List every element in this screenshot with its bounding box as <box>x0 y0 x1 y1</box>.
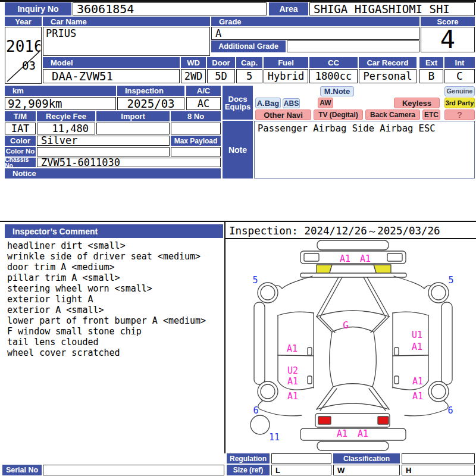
headlamp-highlight-left <box>318 416 331 424</box>
side-sill-left <box>254 302 265 384</box>
comment-line: exterior A <small> <box>7 305 223 315</box>
wheel-number-label: 5 <box>252 275 258 286</box>
grade-value: A <box>211 27 419 40</box>
cabin-outline <box>330 332 377 387</box>
wheel-top-right-inner <box>431 286 446 300</box>
damage-label: A1 <box>358 428 368 439</box>
damage-label: A1 <box>412 342 422 352</box>
note-label: Note <box>223 121 253 178</box>
area-label: Area <box>269 2 308 15</box>
classification-value <box>402 453 475 464</box>
rear-lamp-left <box>304 253 319 261</box>
section-divider-horizontal <box>0 221 476 222</box>
inspection-value: 2025/03 <box>117 97 184 110</box>
front-bumper <box>300 428 406 440</box>
wheel-number-label: 6 <box>447 405 453 416</box>
int-label: Int <box>444 57 475 68</box>
color-value: Silver <box>37 136 170 146</box>
cap-value: 5 <box>236 69 262 83</box>
comment-line: wheel cover scratched <box>7 347 223 358</box>
glass-band-left <box>317 317 332 332</box>
side-sill-right <box>441 302 452 384</box>
door-value: 5D <box>207 69 235 83</box>
wd-value: 2WD <box>181 69 206 83</box>
damage-label: A1 <box>287 376 298 387</box>
front-lower-panel <box>317 441 389 450</box>
badge-abs: ABS <box>283 98 300 108</box>
badge-m-note: M.Note <box>320 86 354 96</box>
car-record-label: Car Record <box>359 57 416 68</box>
damage-label: A1 <box>287 391 298 402</box>
note-value: Passenger Airbag Side Airbag ESC <box>254 121 475 178</box>
docs-equips-label: Docs Equips <box>223 86 253 120</box>
badge-genuine: Genuine <box>444 86 475 96</box>
additional-grade-value <box>287 40 419 52</box>
inspector-comment-list: headliner dirt <small> wrinkle side of d… <box>7 240 223 358</box>
size-h-value: H <box>402 465 475 475</box>
left-door-handle-rear <box>308 376 312 384</box>
c-pillar-left <box>317 277 339 317</box>
right-door-handle-front <box>394 347 399 355</box>
score-value: 4 <box>421 27 475 52</box>
km-value: 92,909km <box>5 97 116 110</box>
badge-keyless: Keyless <box>394 98 440 108</box>
size-l-value: L <box>271 465 331 475</box>
size-w-value: W <box>333 465 400 475</box>
grade-label: Grade <box>211 17 419 26</box>
hood-arc <box>317 403 389 409</box>
int-value: C <box>444 69 475 83</box>
regulation-label: Regulation <box>227 453 270 464</box>
comment-line: steering wheel worn <small> <box>7 283 223 294</box>
badge-back-camera: Back Camera <box>365 109 420 120</box>
model-value: DAA-ZVW51 <box>43 69 180 83</box>
glass-band-left-inner <box>320 317 335 333</box>
glass-band-right-inner <box>371 317 386 333</box>
cc-value: 1800cc <box>309 69 358 83</box>
badge-a-bag: A.Bag <box>255 98 281 108</box>
comment-line: wrinkle side of driver seat <medium> <box>7 251 223 262</box>
comment-line: exterior light A <box>7 294 223 305</box>
left-door-handle-front <box>308 347 312 355</box>
chassis-no-label: Chassis No <box>5 158 36 167</box>
left-door-top <box>278 312 314 315</box>
inspection-range: Inspection: 2024/12/26～2025/03/26 <box>229 224 475 238</box>
import-value <box>96 123 170 134</box>
year-cell: 2016 03 <box>5 27 42 84</box>
chassis-no-value: ZVW51-6011030 <box>37 158 221 167</box>
glass-band-right <box>374 317 389 332</box>
cc-label: CC <box>309 57 358 68</box>
spare-number-label: 11 <box>269 432 280 443</box>
car-record-value: Personal <box>359 69 416 83</box>
color-no-label: Color No <box>5 147 36 156</box>
damage-label: G <box>343 320 349 331</box>
spare-wheel <box>250 415 270 434</box>
color-no-value <box>37 147 170 156</box>
damage-label: A1 <box>287 343 298 354</box>
tm-label: T/M <box>5 111 36 121</box>
import-label: Import <box>96 111 170 121</box>
top-border <box>0 0 476 2</box>
serial-no-value <box>43 465 224 475</box>
ext-value: B <box>419 69 443 83</box>
glass-band-bottom <box>332 327 374 333</box>
car-name-value: PRIUS <box>43 27 210 56</box>
comment-line: lower part of front bumper A <medium> <box>7 315 223 326</box>
right-door-top <box>393 312 428 315</box>
year-value: 2016 <box>6 37 40 55</box>
c-pillar-right <box>367 277 389 317</box>
wheel-bottom-right-inner <box>431 384 446 399</box>
eight-no-value <box>171 123 221 134</box>
wheel-top-left-inner <box>261 286 275 300</box>
inquiry-no-label: Inquiry No <box>5 2 71 15</box>
right-door-handle-rear <box>394 376 399 384</box>
comment-line: F window small stone chip <box>7 326 223 337</box>
inspector-comment-header: Inspector’s Comment <box>5 224 223 238</box>
fuel-label: Fuel <box>264 57 308 68</box>
classification-label: Classification <box>333 453 400 464</box>
cap-label: Cap. <box>236 57 262 68</box>
area-value: SHIGA HIGASHIOMI SHI <box>309 2 475 15</box>
year-label: Year <box>5 17 42 26</box>
inspection-label: Inspection <box>117 86 184 96</box>
badge-other-navi: Other Navi <box>255 109 311 120</box>
comment-line: door trim A <medium> <box>7 262 223 273</box>
